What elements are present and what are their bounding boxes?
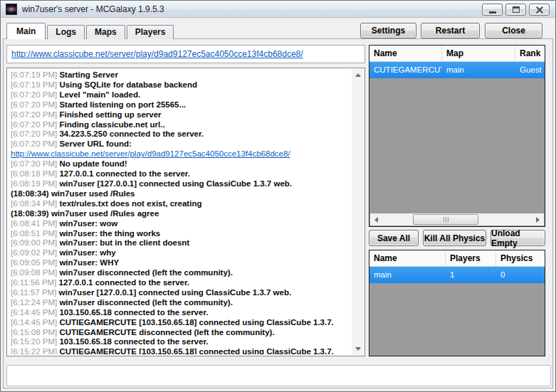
column-header-physics[interactable]: Physics <box>496 250 545 266</box>
log-message: (18:08:34) win7user used /Rules <box>11 189 135 198</box>
column-header-name[interactable]: Name <box>369 250 446 266</box>
log-timestamp: [6:07:20 PM] <box>11 129 59 138</box>
log-timestamp: [6:08:51 PM] <box>11 229 59 238</box>
titlebar: win7user's server - MCGalaxy 1.9.5.3 <box>1 1 555 18</box>
log-message: CUTIEGAMERCUTE [103.150.65.18] connected… <box>59 347 333 354</box>
log-line: [6:07:20 PM] Finding classicube.net url.… <box>11 120 351 130</box>
log-message: win7user: the thing works <box>59 229 160 238</box>
scroll-left-arrow-icon[interactable] <box>370 213 382 226</box>
log-timestamp: [6:09:08 PM] <box>11 268 59 277</box>
log-message: Finding classicube.net url.. <box>59 120 164 129</box>
close-window-button[interactable] <box>529 4 550 16</box>
log-line: [6:14:45 PM] CUTIEGAMERCUTE [103.150.65.… <box>11 318 351 328</box>
column-header-name[interactable]: Name <box>369 46 442 61</box>
log-line: [6:15:22 PM] CUTIEGAMERCUTE [103.150.65.… <box>11 347 351 354</box>
log-timestamp: [6:12:24 PM] <box>11 298 59 307</box>
tab-logs[interactable]: Logs <box>47 25 85 39</box>
log-line: [6:08:34 PM] text/rules.txt does not exi… <box>11 199 351 209</box>
close-button[interactable]: Close <box>485 23 542 38</box>
scroll-up-arrow-icon[interactable] <box>352 69 364 81</box>
window-title: win7user's server - MCGalaxy 1.9.5.3 <box>22 1 164 18</box>
table-header-row: NamePlayersPhysics <box>369 250 545 267</box>
log-line: [6:07:30 PM] No update found! <box>11 159 351 169</box>
log-line: [6:11:56 PM] 127.0.0.1 connected to the … <box>11 278 351 288</box>
save-all-button[interactable]: Save All <box>369 230 419 246</box>
log-message: 34.223.5.250 connected to the server. <box>59 129 204 138</box>
scroll-down-arrow-icon[interactable] <box>352 343 364 355</box>
log-message: (18:08:39) win7user used /Rules agree <box>11 209 159 218</box>
map-buttons: Save AllKill All PhysicsUnload Empty <box>369 230 545 246</box>
log-message: win7user: but in the client doesnt <box>59 238 189 247</box>
log-timestamp: [6:15:20 PM] <box>11 337 59 346</box>
restart-button[interactable]: Restart <box>421 23 480 38</box>
scrollbar-thumb[interactable] <box>413 214 478 225</box>
log-line: (18:08:34) win7user used /Rules <box>11 189 351 199</box>
unload-empty-button[interactable]: Unload Empty <box>491 230 545 246</box>
players-table-horizontal-scrollbar[interactable] <box>370 213 544 226</box>
log-message: win7user disconnected (left the communit… <box>59 298 232 307</box>
log-message: Finished setting up server <box>59 110 161 119</box>
log-line: [6:09:05 PM] win7user: WHY <box>11 258 351 268</box>
log-timestamp: [6:09:00 PM] <box>11 238 59 247</box>
log-timestamp: [6:07:19 PM] <box>11 80 59 89</box>
header-buttons: SettingsRestartClose <box>360 23 542 38</box>
app-galaxy-icon <box>6 4 17 15</box>
table-row[interactable]: main10 <box>369 267 545 283</box>
log-line: [6:09:08 PM] win7user disconnected (left… <box>11 268 351 278</box>
table-cell: Guest <box>515 62 545 78</box>
log-timestamp: [6:09:02 PM] <box>11 248 59 257</box>
log-message: win7user: why <box>59 248 115 257</box>
log-timestamp: [6:07:20 PM] <box>11 110 59 119</box>
log-vertical-scrollbar[interactable] <box>352 69 364 355</box>
log-line: [6:08:41 PM] win7user: wow <box>11 219 351 229</box>
server-log-lines: [6:07:19 PM] Starting Server[6:07:19 PM]… <box>11 70 351 354</box>
log-message: Started listening on port 25565... <box>59 100 186 109</box>
table-cell: 1 <box>446 267 496 283</box>
table-cell: main <box>442 62 515 78</box>
log-line: [6:09:02 PM] win7user: why <box>11 248 351 258</box>
log-message: 103.150.65.18 connected to the server. <box>59 308 208 317</box>
log-message: 127.0.0.1 connected to the server. <box>59 278 189 287</box>
settings-button[interactable]: Settings <box>360 23 416 38</box>
server-url-box: http://www.classicube.net/server/play/d9… <box>6 45 365 63</box>
main-tab-page: http://www.classicube.net/server/play/d9… <box>3 38 553 388</box>
tab-players[interactable]: Players <box>127 25 174 39</box>
log-url-link[interactable]: http://www.classicube.net/server/play/d9… <box>11 149 290 158</box>
minimize-button[interactable] <box>482 4 503 16</box>
log-timestamp: [6:07:20 PM] <box>11 120 59 129</box>
tab-maps[interactable]: Maps <box>86 25 125 39</box>
log-message: 127.0.0.1 connected to the server. <box>59 169 189 178</box>
log-timestamp: [6:15:08 PM] <box>11 328 59 337</box>
scroll-right-arrow-icon[interactable] <box>532 213 544 226</box>
log-line: (18:08:39) win7user used /Rules agree <box>11 209 351 219</box>
log-message: win7user [127.0.0.1] connected using Cla… <box>59 179 292 188</box>
log-message: 103.150.65.18 connected to the server. <box>59 337 208 346</box>
server-url-link[interactable]: http://www.classicube.net/server/play/d9… <box>11 49 303 59</box>
log-line: [6:07:20 PM] Finished setting up server <box>11 110 351 120</box>
log-message: text/rules.txt does not exist, creating <box>59 199 201 208</box>
log-timestamp: [6:11:57 PM] <box>11 288 59 297</box>
column-header-map[interactable]: Map <box>442 46 515 61</box>
table-header-row: NameMapRank <box>369 46 545 62</box>
log-timestamp: [6:07:20 PM] <box>11 100 59 109</box>
log-line: [6:12:24 PM] win7user disconnected (left… <box>11 298 351 308</box>
log-line: [6:08:51 PM] win7user: the thing works <box>11 229 351 239</box>
log-timestamp: [6:14:45 PM] <box>11 318 59 327</box>
tab-strip: MainLogsMapsPlayers <box>6 23 175 39</box>
log-line: http://www.classicube.net/server/play/d9… <box>11 149 351 159</box>
column-header-rank[interactable]: Rank <box>515 46 545 61</box>
log-line: [6:14:45 PM] 103.150.65.18 connected to … <box>11 308 351 318</box>
table-cell: main <box>369 267 446 283</box>
command-input[interactable] <box>6 365 551 386</box>
tab-main[interactable]: Main <box>6 23 46 39</box>
log-message: Using SQLite for database backend <box>59 80 197 89</box>
table-row[interactable]: CUTIEGAMERCUTEmainGuest <box>369 62 545 78</box>
column-header-players[interactable]: Players <box>446 250 496 266</box>
log-timestamp: [6:07:20 PM] <box>11 139 59 148</box>
kill-all-physics-button[interactable]: Kill All Physics <box>423 230 486 246</box>
maximize-button[interactable] <box>505 4 526 16</box>
log-timestamp: [6:08:41 PM] <box>11 219 59 228</box>
log-timestamp: [6:08:19 PM] <box>11 179 59 188</box>
app-window: win7user's server - MCGalaxy 1.9.5.3 Mai… <box>0 0 556 392</box>
maps-table: NamePlayersPhysicsmain10 <box>369 250 545 356</box>
